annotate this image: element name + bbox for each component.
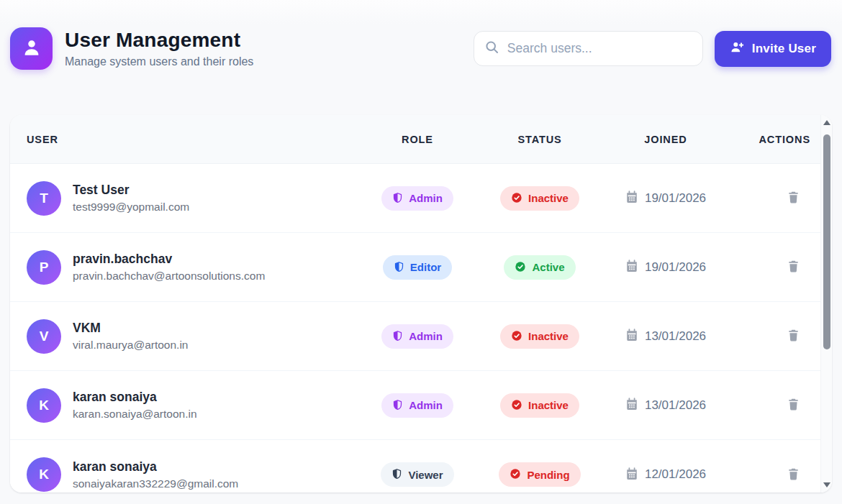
column-header-status: STATUS xyxy=(475,134,605,145)
user-cell: K karan sonaiya karan.sonaiya@artoon.in xyxy=(27,388,360,423)
trash-icon xyxy=(787,259,800,275)
scrollbar-up-arrow[interactable] xyxy=(823,120,830,125)
table-header-row: USER ROLE STATUS JOINED ACTIONS xyxy=(10,115,832,164)
status-cell: Active xyxy=(475,255,605,280)
user-name: pravin.bachchav xyxy=(73,252,265,267)
calendar-icon xyxy=(625,328,638,344)
header-actions: Invite User xyxy=(474,31,831,67)
shield-icon xyxy=(392,192,403,205)
user-cell: T Test User test9999@yopmail.com xyxy=(27,181,360,216)
avatar: T xyxy=(27,181,61,216)
status-label: Inactive xyxy=(528,193,569,203)
role-label: Editor xyxy=(410,262,441,272)
shield-icon xyxy=(392,399,403,412)
user-identity: karan sonaiya sonaiyakaran332229@gmail.c… xyxy=(73,459,238,490)
table-body: T Test User test9999@yopmail.com Admin xyxy=(10,164,832,492)
role-badge: Admin xyxy=(381,393,453,418)
column-header-actions: ACTIONS xyxy=(727,134,813,145)
invite-user-button[interactable]: Invite User xyxy=(715,31,831,67)
status-label: Inactive xyxy=(528,400,569,411)
joined-date: 12/01/2026 xyxy=(645,467,706,482)
table-scrollbar[interactable] xyxy=(820,115,832,492)
user-icon xyxy=(21,37,42,61)
avatar: K xyxy=(27,388,61,423)
role-cell: Admin xyxy=(360,324,475,349)
page-subtitle: Manage system users and their roles xyxy=(65,55,253,68)
joined-cell: 19/01/2026 xyxy=(605,190,727,206)
column-header-role: ROLE xyxy=(360,134,475,145)
user-email: test9999@yopmail.com xyxy=(73,201,189,214)
role-badge: Editor xyxy=(383,255,452,280)
joined-date: 19/01/2026 xyxy=(645,260,706,275)
table-row: K karan sonaiya karan.sonaiya@artoon.in … xyxy=(10,371,832,440)
scrollbar-down-arrow[interactable] xyxy=(823,482,830,487)
trash-icon xyxy=(787,467,800,483)
search-box[interactable] xyxy=(474,31,703,66)
user-identity: karan sonaiya karan.sonaiya@artoon.in xyxy=(73,390,197,421)
status-label: Inactive xyxy=(528,331,569,342)
status-badge: Inactive xyxy=(500,324,579,349)
joined-cell: 13/01/2026 xyxy=(605,328,727,344)
role-badge: Admin xyxy=(381,186,453,211)
actions-cell xyxy=(727,394,813,416)
actions-cell xyxy=(727,464,813,486)
joined-cell: 13/01/2026 xyxy=(605,397,727,413)
calendar-icon xyxy=(625,190,638,206)
avatar: P xyxy=(27,250,61,285)
table-row: V VKM viral.maurya@artoon.in Admin xyxy=(10,302,832,371)
status-badge: Pending xyxy=(499,462,580,487)
scrollbar-thumb[interactable] xyxy=(823,134,830,349)
user-email: viral.maurya@artoon.in xyxy=(73,339,188,352)
joined-cell: 12/01/2026 xyxy=(605,467,727,483)
role-label: Viewer xyxy=(408,469,443,480)
status-badge: Inactive xyxy=(500,186,579,211)
page-title: User Management xyxy=(65,29,253,52)
delete-user-button[interactable] xyxy=(784,394,803,416)
user-name: Test User xyxy=(73,183,189,198)
status-label: Pending xyxy=(527,469,569,480)
delete-user-button[interactable] xyxy=(784,464,803,486)
delete-user-button[interactable] xyxy=(784,187,803,209)
role-badge: Admin xyxy=(381,324,453,349)
table-row: T Test User test9999@yopmail.com Admin xyxy=(10,164,832,233)
user-cell: V VKM viral.maurya@artoon.in xyxy=(27,319,360,354)
role-label: Admin xyxy=(409,331,443,342)
check-circle-icon xyxy=(511,192,522,205)
user-cell: K karan sonaiya sonaiyakaran332229@gmail… xyxy=(27,457,360,492)
calendar-icon xyxy=(625,397,638,413)
user-email: sonaiyakaran332229@gmail.com xyxy=(73,477,238,490)
status-badge: Active xyxy=(504,255,575,280)
invite-user-label: Invite User xyxy=(752,42,816,56)
status-badge: Inactive xyxy=(500,393,579,418)
actions-cell xyxy=(727,325,813,347)
actions-cell xyxy=(727,256,813,278)
table-row: P pravin.bachchav pravin.bachchav@artoon… xyxy=(10,233,832,302)
table-row: K karan sonaiya sonaiyakaran332229@gmail… xyxy=(10,440,832,492)
user-plus-icon xyxy=(730,40,745,58)
shield-icon xyxy=(394,261,404,274)
status-label: Active xyxy=(532,262,564,272)
role-cell: Admin xyxy=(360,393,475,418)
avatar: V xyxy=(27,319,61,354)
trash-icon xyxy=(787,397,800,413)
status-cell: Inactive xyxy=(475,393,605,418)
avatar: K xyxy=(27,457,61,492)
actions-cell xyxy=(727,187,813,209)
delete-user-button[interactable] xyxy=(784,325,803,347)
status-cell: Inactive xyxy=(475,186,605,211)
check-circle-icon xyxy=(515,261,526,274)
joined-date: 13/01/2026 xyxy=(645,329,706,344)
shield-icon xyxy=(392,330,403,343)
page-header: User Management Manage system users and … xyxy=(0,0,842,70)
check-circle-icon xyxy=(511,399,522,412)
role-label: Admin xyxy=(409,400,443,411)
delete-user-button[interactable] xyxy=(784,256,803,278)
trash-icon xyxy=(787,190,800,206)
user-name: VKM xyxy=(73,321,188,336)
search-input[interactable] xyxy=(507,41,692,56)
joined-date: 13/01/2026 xyxy=(645,398,706,413)
user-identity: Test User test9999@yopmail.com xyxy=(73,183,189,214)
column-header-joined: JOINED xyxy=(605,134,727,145)
user-management-page: User Management Manage system users and … xyxy=(0,0,842,504)
trash-icon xyxy=(787,328,800,344)
